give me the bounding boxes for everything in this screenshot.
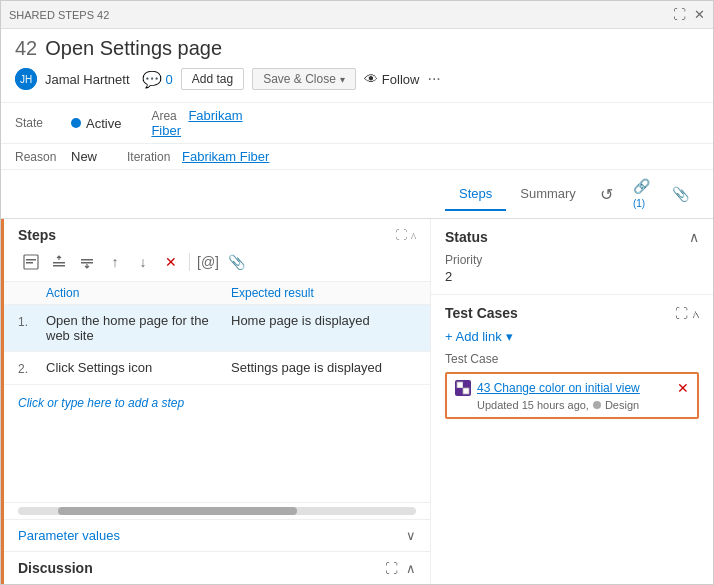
steps-toolbar: ↑ ↓ ✕ [@] 📎 bbox=[4, 247, 430, 282]
iteration-value[interactable]: Fabrikam Fiber bbox=[182, 149, 269, 164]
svg-rect-10 bbox=[463, 382, 469, 388]
col-action-header: Action bbox=[18, 286, 231, 300]
attach-file-button[interactable]: 📎 bbox=[223, 249, 249, 275]
tc-design-label: Design bbox=[605, 399, 639, 411]
insert-shared-steps-button[interactable] bbox=[18, 249, 44, 275]
test-cases-section: Test Cases ⛶ ∧ + Add link ▾ Test Case 43… bbox=[431, 295, 713, 429]
tab-link[interactable]: 🔗 (1) bbox=[623, 170, 662, 218]
close-icon[interactable]: ✕ bbox=[694, 7, 705, 22]
step-row[interactable]: 2. Click Settings icon Settings page is … bbox=[4, 352, 430, 385]
reason-col: Reason New bbox=[15, 149, 97, 164]
step-row[interactable]: 1. Open the home page for the web site H… bbox=[4, 305, 430, 352]
add-link-dropdown-icon: ▾ bbox=[506, 329, 513, 344]
discussion-expand-icon[interactable]: ⛶ bbox=[385, 561, 398, 576]
svg-rect-11 bbox=[457, 388, 463, 394]
link-badge: (1) bbox=[633, 198, 645, 209]
reason-label: Reason bbox=[15, 150, 65, 164]
tabs-right: Steps Summary ↺ 🔗 (1) 📎 bbox=[445, 170, 699, 218]
dropdown-arrow-icon: ▾ bbox=[340, 74, 345, 85]
insert-parameter-button[interactable]: [@] bbox=[195, 249, 221, 275]
expand-icon[interactable]: ⛶ bbox=[673, 7, 686, 22]
tc-close-icon[interactable]: ✕ bbox=[677, 380, 689, 396]
move-step-down-button[interactable]: ↓ bbox=[130, 249, 156, 275]
insert-step-below-button[interactable] bbox=[74, 249, 100, 275]
avatar: JH bbox=[15, 68, 37, 90]
discussion-title: Discussion bbox=[18, 560, 93, 576]
status-collapse-icon[interactable]: ∧ bbox=[689, 229, 699, 245]
svg-rect-6 bbox=[53, 265, 65, 267]
param-expand-icon[interactable]: ∨ bbox=[406, 528, 416, 543]
more-button[interactable]: ··· bbox=[427, 70, 440, 88]
main-content: Steps ⛶ ∧ ↑ ↓ ✕ [@] 📎 bbox=[1, 219, 713, 584]
state-col: State Active bbox=[15, 116, 121, 131]
insert-step-above-button[interactable] bbox=[46, 249, 72, 275]
svg-rect-7 bbox=[81, 259, 93, 261]
scroll-area bbox=[4, 502, 430, 519]
steps-col-header: Action Expected result bbox=[4, 282, 430, 305]
save-close-label: Save & Close bbox=[263, 72, 336, 86]
steps-table: 1. Open the home page for the web site H… bbox=[4, 305, 430, 502]
item-id-title: 42 Open Settings page bbox=[15, 37, 699, 60]
status-header: Status ∧ bbox=[445, 229, 699, 245]
link-icon: 🔗 bbox=[633, 178, 650, 194]
delete-step-button[interactable]: ✕ bbox=[158, 249, 184, 275]
test-cases-expand-icon[interactable]: ⛶ ∧ bbox=[675, 306, 699, 321]
tab-attach[interactable]: 📎 bbox=[662, 178, 699, 210]
test-cases-header: Test Cases ⛶ ∧ bbox=[445, 305, 699, 321]
svg-rect-4 bbox=[26, 262, 33, 264]
status-title: Status bbox=[445, 229, 488, 245]
steps-expand-icon[interactable]: ⛶ ∧ bbox=[395, 228, 416, 242]
add-step-text[interactable]: Click or type here to add a step bbox=[18, 396, 184, 410]
follow-button[interactable]: 👁 Follow bbox=[364, 71, 420, 87]
toolbar-separator bbox=[189, 253, 190, 271]
tc-design-dot bbox=[593, 401, 601, 409]
horizontal-scrollbar[interactable] bbox=[18, 507, 416, 515]
state-dot bbox=[71, 118, 81, 128]
tc-link[interactable]: 43 Change color on initial view bbox=[477, 381, 671, 395]
comment-button[interactable]: 💬 0 bbox=[142, 70, 173, 89]
state-value: Active bbox=[71, 116, 121, 131]
steps-title: Steps bbox=[18, 227, 56, 243]
user-name: Jamal Hartnett bbox=[45, 72, 130, 87]
discussion-section: Discussion ⛶ ∧ bbox=[4, 551, 430, 584]
item-id: 42 bbox=[15, 37, 37, 60]
step-action[interactable]: Open the home page for the web site bbox=[46, 313, 231, 343]
step-expected[interactable]: Settings page is displayed bbox=[231, 360, 416, 375]
item-title: Open Settings page bbox=[45, 37, 222, 60]
svg-rect-5 bbox=[53, 262, 65, 264]
steps-panel: Steps ⛶ ∧ ↑ ↓ ✕ [@] 📎 bbox=[1, 219, 431, 584]
scrollbar-thumb[interactable] bbox=[58, 507, 297, 515]
svg-rect-8 bbox=[81, 262, 93, 264]
svg-rect-12 bbox=[463, 388, 469, 394]
save-close-button[interactable]: Save & Close ▾ bbox=[252, 68, 356, 90]
tc-updated-text: Updated 15 hours ago, bbox=[477, 399, 589, 411]
iteration-col: Iteration Fabrikam Fiber bbox=[127, 149, 269, 164]
param-values-label[interactable]: Parameter values bbox=[18, 528, 120, 543]
discussion-controls: ⛶ ∧ bbox=[385, 561, 416, 576]
test-case-item: 43 Change color on initial view ✕ Update… bbox=[445, 372, 699, 419]
add-step-row[interactable]: Click or type here to add a step bbox=[4, 385, 430, 420]
step-number: 2. bbox=[18, 360, 46, 376]
param-values-section: Parameter values ∨ bbox=[4, 519, 430, 551]
priority-value: 2 bbox=[445, 269, 699, 284]
tabs-row: Steps Summary ↺ 🔗 (1) 📎 bbox=[1, 170, 713, 219]
tab-history[interactable]: ↺ bbox=[590, 177, 623, 212]
add-link-button[interactable]: + Add link ▾ bbox=[445, 329, 513, 344]
move-step-up-button[interactable]: ↑ bbox=[102, 249, 128, 275]
step-expected[interactable]: Home page is displayed bbox=[231, 313, 416, 328]
tab-steps[interactable]: Steps bbox=[445, 178, 506, 211]
tab-summary[interactable]: Summary bbox=[506, 178, 590, 211]
iteration-label: Iteration bbox=[127, 150, 170, 164]
col-expected-header: Expected result bbox=[231, 286, 416, 300]
tc-type-icon bbox=[455, 380, 471, 396]
state-text[interactable]: Active bbox=[86, 116, 121, 131]
add-tag-button[interactable]: Add tag bbox=[181, 68, 244, 90]
step-action[interactable]: Click Settings icon bbox=[46, 360, 231, 375]
header: 42 Open Settings page JH Jamal Hartnett … bbox=[1, 29, 713, 103]
test-cases-title: Test Cases bbox=[445, 305, 518, 321]
discussion-collapse-icon[interactable]: ∧ bbox=[406, 561, 416, 576]
title-bar-text: SHARED STEPS 42 bbox=[9, 9, 109, 21]
svg-text:JH: JH bbox=[20, 74, 32, 85]
right-panel: Status ∧ Priority 2 Test Cases ⛶ ∧ + Add… bbox=[431, 219, 713, 584]
svg-rect-9 bbox=[457, 382, 463, 388]
